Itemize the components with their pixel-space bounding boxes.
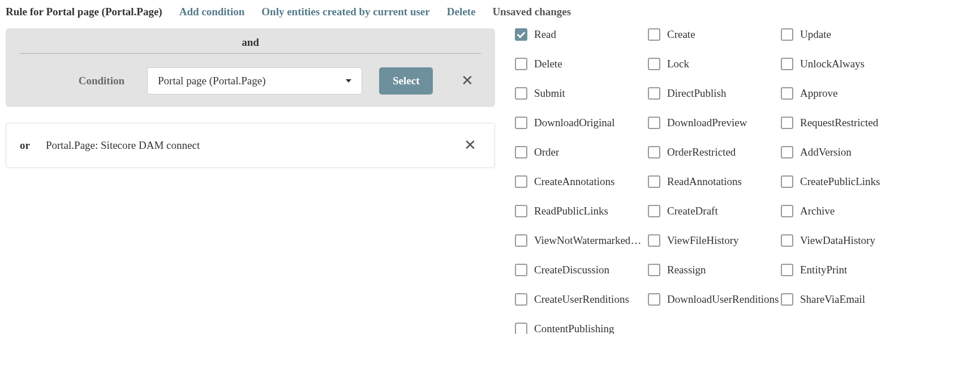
unsaved-changes-label: Unsaved changes [492,6,571,18]
permission-label: ViewDataHistory [800,234,875,247]
permission-item: ViewFileHistory [648,234,781,247]
permission-checkbox[interactable] [648,293,660,306]
permission-item: RequestRestricted [781,117,914,129]
and-condition-block: and Condition Portal page (Portal.Page) … [6,28,495,107]
permission-checkbox[interactable] [781,87,793,100]
permission-item: DownloadUserRenditions [648,293,781,306]
permission-checkbox[interactable] [515,58,527,70]
permission-item: CreateDiscussion [515,264,648,276]
condition-label: Condition [17,75,130,87]
permission-item: ShareViaEmail [781,293,914,306]
permission-label: Reassign [667,264,706,276]
permission-checkbox[interactable] [781,146,793,158]
permission-checkbox[interactable] [781,205,793,217]
permission-checkbox[interactable] [515,205,527,217]
permission-label: Lock [667,58,689,70]
permission-checkbox[interactable] [648,28,660,41]
permission-label: Archive [800,205,835,217]
or-label: or [20,139,30,152]
condition-dropdown[interactable]: Portal page (Portal.Page) [147,67,362,95]
permission-item: ContentPublishing [515,323,648,334]
permission-checkbox[interactable] [515,146,527,158]
permission-label: DownloadUserRenditions [667,293,779,306]
permission-checkbox[interactable] [781,117,793,129]
permission-checkbox[interactable] [648,234,660,247]
permission-label: OrderRestricted [667,146,736,158]
permission-checkbox[interactable] [648,117,660,129]
permission-label: RequestRestricted [800,117,878,129]
delete-link[interactable]: Delete [447,6,476,18]
permission-label: ShareViaEmail [800,293,865,306]
permission-checkbox[interactable] [515,175,527,188]
permission-label: Read [534,28,556,41]
remove-or-condition-icon[interactable]: ✕ [459,138,481,153]
permissions-grid: ReadCreateUpdateDeleteLockUnlockAlwaysSu… [515,28,974,334]
permission-item: Submit [515,87,648,100]
permission-label: ContentPublishing [534,323,614,334]
or-condition-text: Portal.Page: Sitecore DAM connect [46,139,200,152]
permission-item: Create [648,28,781,41]
permission-label: DownloadOriginal [534,117,614,129]
permission-item: CreatePublicLinks [781,175,914,188]
permission-checkbox[interactable] [515,323,527,334]
permission-item: ReadAnnotations [648,175,781,188]
permission-checkbox[interactable] [648,264,660,276]
permission-item: Archive [781,205,914,217]
permission-label: CreatePublicLinks [800,175,880,188]
permission-item: OrderRestricted [648,146,781,158]
permission-checkbox[interactable] [781,58,793,70]
remove-condition-icon[interactable]: ✕ [457,74,478,88]
permission-item: EntityPrint [781,264,914,276]
condition-value: Portal page (Portal.Page) [158,75,265,87]
permission-checkbox[interactable] [648,146,660,158]
permission-item: Read [515,28,648,41]
rule-header: Rule for Portal page (Portal.Page) Add c… [6,6,974,18]
rule-title: Rule for Portal page (Portal.Page) [6,6,162,18]
permission-checkbox[interactable] [515,117,527,129]
permission-label: UnlockAlways [800,58,865,70]
and-heading: and [20,36,481,54]
permission-checkbox[interactable] [781,264,793,276]
permission-checkbox[interactable] [648,87,660,100]
permission-checkbox[interactable] [781,175,793,188]
add-condition-link[interactable]: Add condition [179,6,245,18]
permission-checkbox[interactable] [515,293,527,306]
permission-label: CreateAnnotations [534,175,614,188]
permission-item: Delete [515,58,648,70]
permission-label: AddVersion [800,146,852,158]
or-condition-block: or Portal.Page: Sitecore DAM connect ✕ [6,123,495,168]
permission-item: DownloadOriginal [515,117,648,129]
permission-item: AddVersion [781,146,914,158]
permission-checkbox[interactable] [781,28,793,41]
permission-item: UnlockAlways [781,58,914,70]
permission-label: Order [534,146,559,158]
permission-label: EntityPrint [800,264,847,276]
permission-checkbox[interactable] [648,205,660,217]
permission-label: DownloadPreview [667,117,747,129]
permission-checkbox[interactable] [515,264,527,276]
permission-checkbox[interactable] [781,293,793,306]
permission-label: Delete [534,58,562,70]
permission-checkbox[interactable] [781,234,793,247]
permission-label: ReadAnnotations [667,175,742,188]
permission-item: ReadPublicLinks [515,205,648,217]
permission-label: Approve [800,87,837,100]
permission-label: Create [667,28,695,41]
permission-label: Submit [534,87,565,100]
permission-label: CreateDraft [667,205,718,217]
permission-item: CreateAnnotations [515,175,648,188]
permission-checkbox[interactable] [515,87,527,100]
permission-label: DirectPublish [667,87,727,100]
select-button[interactable]: Select [379,67,433,95]
permission-checkbox[interactable] [648,58,660,70]
permission-label: Update [800,28,831,41]
permission-label: CreateDiscussion [534,264,609,276]
permission-checkbox[interactable] [515,234,527,247]
chevron-down-icon [346,79,351,83]
permission-label: ReadPublicLinks [534,205,608,217]
only-current-user-link[interactable]: Only entities created by current user [261,6,429,18]
permission-label: CreateUserRenditions [534,293,629,306]
permission-label: ViewFileHistory [667,234,739,247]
permission-checkbox[interactable] [515,28,527,41]
permission-checkbox[interactable] [648,175,660,188]
